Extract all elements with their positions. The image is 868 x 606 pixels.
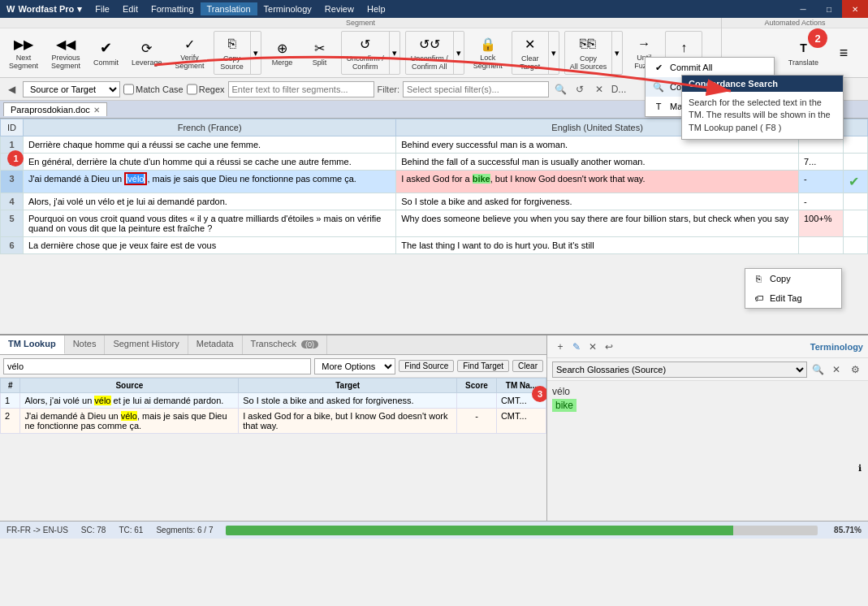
term-search-toolbar: Search Glossaries (Source) 🔍 ✕ ⚙ xyxy=(547,358,868,381)
term-search-btn[interactable]: 🔍 xyxy=(810,361,826,378)
unconfirm-all-button[interactable]: ↺↺ Unconfirm /Confirm All xyxy=(406,32,453,74)
col-status-header xyxy=(844,119,868,136)
row-2-score: 7... xyxy=(799,154,844,171)
filter-input[interactable] xyxy=(228,81,374,97)
row-5-source[interactable]: Pourquoi on vous croit quand vous dites … xyxy=(24,210,396,237)
copy-source-dropdown[interactable]: ▾ xyxy=(250,32,261,74)
menu-terminology[interactable]: Terminology xyxy=(257,2,318,15)
bike-word: bike xyxy=(473,174,490,184)
row-5-target[interactable]: Why does someone believe you when you sa… xyxy=(396,210,799,237)
more-options-button[interactable]: ≡ xyxy=(826,32,862,74)
concordance-popup-title: Concordance Search xyxy=(682,76,843,92)
tm-search-input[interactable] xyxy=(3,358,311,374)
term-settings-btn[interactable]: ⚙ xyxy=(847,361,863,378)
term-info-icon[interactable]: ℹ xyxy=(858,463,862,474)
unconfirm-dropdown[interactable]: ▾ xyxy=(389,32,399,74)
menu-review[interactable]: Review xyxy=(318,2,361,15)
menu-help[interactable]: Help xyxy=(361,2,392,15)
term-clear-btn[interactable]: ✕ xyxy=(828,361,844,378)
unconfirm-button[interactable]: ↺ Unconfirm /Confirm xyxy=(342,32,389,74)
tab-metadata[interactable]: Metadata xyxy=(188,335,243,354)
tab-tm-lookup[interactable]: TM Lookup xyxy=(0,335,65,354)
tm-row-1-score xyxy=(457,393,497,409)
row-3-source[interactable]: J'ai demandé à Dieu un vélo, mais je sai… xyxy=(24,171,396,193)
term-edit-icon[interactable]: ✎ xyxy=(568,339,585,355)
tm-row-1-target[interactable]: So I stole a bike and asked for forgiven… xyxy=(239,393,457,409)
app-dropdown-icon[interactable]: ▾ xyxy=(77,4,82,15)
direction-select[interactable]: Source or Target Source Target xyxy=(23,81,120,97)
tm-options-select[interactable]: More Options ▼ xyxy=(314,358,395,374)
tab-segment-history[interactable]: Segment History xyxy=(105,335,188,354)
split-button[interactable]: ✂ Split xyxy=(302,32,338,74)
tm-row-1-source[interactable]: Alors, j'ai volé un vélo et je lui ai de… xyxy=(20,393,239,409)
table-row: 4 Alors, j'ai volé un vélo et je lui ai … xyxy=(1,193,868,210)
term-arrow-icon[interactable]: ↩ xyxy=(601,339,617,355)
collapse-icon[interactable]: ◀ xyxy=(3,81,19,97)
tm-row-2-target[interactable]: I asked God for a bike, but I know God d… xyxy=(239,409,457,434)
lock-segment-button[interactable]: 🔒 LockSegment xyxy=(468,32,508,74)
row-6-target[interactable]: The last thing I want to do is hurt you.… xyxy=(396,237,799,254)
menu-translation[interactable]: Translation xyxy=(201,2,257,15)
glossary-select[interactable]: Search Glossaries (Source) xyxy=(552,361,807,378)
row-6-source[interactable]: La dernière chose que je veux faire est … xyxy=(24,237,396,254)
clear-filter-icon[interactable]: ✕ xyxy=(591,81,607,97)
special-filter-input[interactable] xyxy=(403,81,549,97)
tab-transcheck[interactable]: Transcheck (0) xyxy=(243,335,328,354)
close-button[interactable]: ✕ xyxy=(842,0,868,18)
find-source-button[interactable]: Find Source xyxy=(399,360,454,372)
badge-1: 1 xyxy=(7,150,24,167)
context-edit-tag-item[interactable]: 🏷 Edit Tag xyxy=(745,288,841,308)
context-copy-item[interactable]: ⎘ Copy xyxy=(745,269,841,288)
refresh-icon[interactable]: ↺ xyxy=(572,81,588,97)
minimize-button[interactable]: ─ xyxy=(790,0,816,18)
copy-source-button[interactable]: ⎘ CopySource xyxy=(214,32,250,74)
doc-tab[interactable]: Paraprosdokian.doc ✕ xyxy=(3,102,107,116)
doc-tab-close[interactable]: ✕ xyxy=(93,106,100,115)
prev-segment-icon: ◀◀ xyxy=(56,35,76,53)
clear-target-dropdown[interactable]: ▾ xyxy=(548,32,559,74)
verify-segment-button[interactable]: ✓ VerifySegment xyxy=(170,32,210,74)
tm-col-num: # xyxy=(1,379,20,393)
copy-all-sources-button[interactable]: ⎘⎘ CopyAll Sources xyxy=(565,32,612,74)
row-4-source[interactable]: Alors, j'ai volé un vélo et je lui ai de… xyxy=(24,193,396,210)
table-row: 1 Alors, j'ai volé un vélo et je lui ai … xyxy=(1,393,546,409)
previous-segment-button[interactable]: ◀◀ PreviousSegment xyxy=(45,32,86,74)
search-icon[interactable]: 🔍 xyxy=(552,81,568,97)
table-row: 6 La dernière chose que je veux faire es… xyxy=(1,237,868,254)
context-edit-tag-label: Edit Tag xyxy=(770,293,802,303)
clear-target-button[interactable]: ✕ ClearTarget xyxy=(512,32,548,74)
term-delete-icon[interactable]: ✕ xyxy=(585,339,601,355)
row-4-target[interactable]: So I stole a bike and asked for forgiven… xyxy=(396,193,799,210)
term-add-icon[interactable]: + xyxy=(552,339,568,355)
menu-formatting[interactable]: Formatting xyxy=(145,2,201,15)
tm-row-2-source[interactable]: J'ai demandé à Dieu un vélo, mais je sai… xyxy=(20,409,239,434)
menu-edit[interactable]: Edit xyxy=(116,2,145,15)
col-id-header: ID xyxy=(1,119,24,136)
commit-button[interactable]: ✔ Commit xyxy=(88,32,124,74)
row-2-target[interactable]: Behind the fall of a successful man is u… xyxy=(396,154,799,171)
merge-button[interactable]: ⊕ Merge xyxy=(265,32,300,74)
find-target-button[interactable]: Find Target xyxy=(457,360,509,372)
tab-notes[interactable]: Notes xyxy=(65,335,106,354)
concordance-popup: Concordance Search Search for the select… xyxy=(681,75,844,140)
row-2-source[interactable]: En général, derrière la chute d'un homme… xyxy=(24,154,396,171)
maximize-button[interactable]: □ xyxy=(816,0,842,18)
menu-file[interactable]: File xyxy=(89,2,116,15)
next-segment-button[interactable]: ▶▶ NextSegment xyxy=(3,32,44,74)
clear-tm-button[interactable]: Clear xyxy=(512,360,543,372)
match-case-label[interactable]: Match Case xyxy=(123,81,184,97)
row-4-status xyxy=(844,193,868,210)
row-3-target[interactable]: I asked God for a bike, but I know God d… xyxy=(396,171,799,193)
unconfirm-all-dropdown[interactable]: ▾ xyxy=(453,32,464,74)
copy-all-sources-dropdown[interactable]: ▾ xyxy=(611,32,622,74)
table-row: 3 J'ai demandé à Dieu un vélo, mais je s… xyxy=(1,171,868,193)
tm-row-1-name: CMT... 3 xyxy=(496,393,546,409)
leverage-button[interactable]: ⟳ Leverage xyxy=(126,32,168,74)
match-case-checkbox[interactable] xyxy=(123,81,134,97)
regex-checkbox[interactable] xyxy=(187,81,197,97)
velo-highlight-1: vélo xyxy=(94,396,110,405)
regex-label[interactable]: Regex xyxy=(187,81,225,97)
col-source-header: French (France) xyxy=(24,119,396,136)
row-1-source[interactable]: Derrière chaque homme qui a réussi se ca… xyxy=(24,136,396,154)
filter-dropdown-icon[interactable]: D... xyxy=(611,81,627,97)
